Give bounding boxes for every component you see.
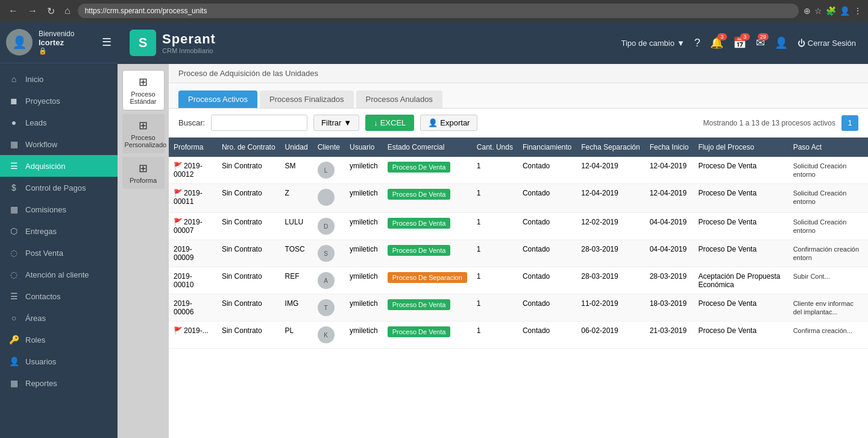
cell-cliente: S <box>313 240 345 267</box>
cell-usuario: ymiletich <box>345 240 383 267</box>
chevron-down-icon: ▼ <box>677 39 685 48</box>
cell-flujo: Proceso De Venta <box>693 322 788 349</box>
star-icon[interactable]: ☆ <box>814 6 822 16</box>
welcome-text: Bienvenido <box>39 30 96 38</box>
logo-area: S Sperant CRM Inmobiliario <box>130 30 216 56</box>
proceso-personalizado-item[interactable]: ⊞ Proceso Personalizado <box>122 114 165 153</box>
cell-fecha-sep: 12-04-2019 <box>576 157 644 184</box>
filter-button[interactable]: Filtrar ▼ <box>313 115 359 131</box>
logo-sub: CRM Inmobiliario <box>162 47 216 54</box>
proceso-personalizado-label: Proceso Personalizado <box>125 134 162 148</box>
page-number[interactable]: 1 <box>841 115 858 131</box>
bell-button[interactable]: 🔔 3 <box>710 36 723 49</box>
cell-cant: 1 <box>472 322 518 349</box>
sidebar-item-workflow[interactable]: ▦ Workflow <box>0 133 118 155</box>
cerrar-sesion-button[interactable]: ⏻ Cerrar Sesión <box>797 39 856 48</box>
filter-icon: ▼ <box>344 118 351 127</box>
help-button[interactable]: ? <box>694 37 700 49</box>
menu-icon[interactable]: ⋮ <box>854 6 862 16</box>
sidebar-item-comisiones[interactable]: ▦ Comisiones <box>0 198 118 220</box>
cell-unidad: Z <box>280 184 313 213</box>
roles-icon: 🔑 <box>8 335 19 344</box>
sidebar-item-leads[interactable]: ● Leads <box>0 112 118 133</box>
atencion-icon: ◌ <box>8 270 19 279</box>
sidebar-label-workflow: Workflow <box>25 140 57 149</box>
mail-button[interactable]: ✉ 29 <box>756 36 765 49</box>
cell-cliente <box>313 184 345 213</box>
bell-badge: 3 <box>717 33 727 40</box>
tab-procesos-anulados[interactable]: Procesos Anulados <box>356 90 442 108</box>
cell-paso: Confirmación creación entorn <box>788 240 868 267</box>
cell-cliente: T <box>313 294 345 322</box>
table-row[interactable]: 🚩2019-00012 Sin Contrato SM L ymiletich … <box>169 157 868 184</box>
table-row[interactable]: 🚩2019-00011 Sin Contrato Z ymiletich Pro… <box>169 184 868 213</box>
proforma-item[interactable]: ⊞ Proforma <box>122 157 165 189</box>
hamburger-button[interactable]: ☰ <box>102 36 112 49</box>
cell-flujo: Aceptación De Propuesta Económica <box>693 267 788 294</box>
entregas-icon: ⬡ <box>8 226 19 236</box>
back-button[interactable]: ← <box>6 4 20 17</box>
cell-usuario: ymiletich <box>345 267 383 294</box>
cell-financiamiento: Contado <box>518 240 576 267</box>
url-bar[interactable] <box>78 4 799 18</box>
sidebar-item-usuarios[interactable]: 👤 Usuarios <box>0 351 118 372</box>
proceso-estandar-icon: ⊞ <box>125 75 162 89</box>
refresh-button[interactable]: ↻ <box>45 4 57 18</box>
profile-button[interactable]: 👤 <box>775 36 788 49</box>
col-fecha-sep: Fecha Separación <box>576 138 644 157</box>
home-button[interactable]: ⌂ <box>62 4 73 17</box>
table-row[interactable]: 2019-00006 Sin Contrato IMG T ymiletich … <box>169 294 868 322</box>
sidebar: 👤 Bienvenido lcortez 🔒 ☰ ⌂ Inicio ◼ Proy… <box>0 22 118 438</box>
cell-flujo: Proceso De Venta <box>693 213 788 240</box>
cell-flujo: Proceso De Venta <box>693 294 788 322</box>
sidebar-label-roles: Roles <box>25 335 45 344</box>
sidebar-item-inicio[interactable]: ⌂ Inicio <box>0 68 118 90</box>
sidebar-label-pagos: Control de Pagos <box>25 183 86 192</box>
sidebar-item-reportes[interactable]: ▦ Reportes <box>0 372 118 394</box>
sidebar-item-adquisicion[interactable]: ☰ Adquisición <box>0 155 118 177</box>
translate-icon[interactable]: ⊕ <box>804 6 811 16</box>
cell-financiamiento: Contado <box>518 157 576 184</box>
sidebar-item-control-pagos[interactable]: $ Control de Pagos <box>0 177 118 198</box>
extension-icon[interactable]: 🧩 <box>826 6 836 16</box>
excel-button[interactable]: ↓ EXCEL <box>365 115 414 131</box>
table-row[interactable]: 2019-00010 Sin Contrato REF A ymiletich … <box>169 267 868 294</box>
usuarios-icon: 👤 <box>8 357 19 366</box>
search-input[interactable] <box>211 115 307 131</box>
table-row[interactable]: 2019-00009 Sin Contrato TOSC S ymiletich… <box>169 240 868 267</box>
tipo-cambio-button[interactable]: Tipo de cambio ▼ <box>621 39 685 48</box>
sidebar-item-entregas[interactable]: ⬡ Entregas <box>0 220 118 242</box>
col-unidad: Unidad <box>280 138 313 157</box>
sidebar-item-post-venta[interactable]: ◌ Post Venta <box>0 242 118 264</box>
calendar-button[interactable]: 📅 3 <box>733 36 746 49</box>
sidebar-item-contactos[interactable]: ☰ Contactos <box>0 285 118 307</box>
sidebar-item-atencion[interactable]: ◌ Atención al cliente <box>0 264 118 285</box>
toolbar: Buscar: Filtrar ▼ ↓ EXCEL 👤 Exportar <box>169 109 868 138</box>
cell-usuario: ymiletich <box>345 157 383 184</box>
col-usuario: Usuario <box>345 138 383 157</box>
sidebar-item-areas[interactable]: ○ Áreas <box>0 307 118 329</box>
tab-procesos-finalizados[interactable]: Procesos Finalizados <box>260 90 354 108</box>
cell-financiamiento: Contado <box>518 294 576 322</box>
excel-label: EXCEL <box>380 118 406 127</box>
client-avatar: L <box>318 162 335 179</box>
proceso-estandar-item[interactable]: ⊞ Proceso Estándar <box>122 70 165 110</box>
areas-icon: ○ <box>8 313 19 323</box>
cell-paso: Subir Cont... <box>788 267 868 294</box>
cell-unidad: SM <box>280 157 313 184</box>
export-button[interactable]: 👤 Exportar <box>420 115 477 131</box>
client-avatar: K <box>318 326 335 343</box>
tab-procesos-activos[interactable]: Procesos Activos <box>178 90 257 108</box>
table-row[interactable]: 🚩2019-... Sin Contrato PL K ymiletich Pr… <box>169 322 868 349</box>
cell-proforma: 🚩2019-00011 <box>169 184 217 213</box>
profile-icon[interactable]: 👤 <box>840 6 850 16</box>
client-avatar: A <box>318 272 335 289</box>
power-icon: ⏻ <box>797 39 805 48</box>
logo-text: Sperant CRM Inmobiliario <box>162 31 216 54</box>
table-row[interactable]: 🚩2019-00007 Sin Contrato LULU D ymiletic… <box>169 213 868 240</box>
cell-cant: 1 <box>472 240 518 267</box>
user-info: Bienvenido lcortez 🔒 <box>39 30 96 55</box>
forward-button[interactable]: → <box>25 4 40 17</box>
sidebar-item-roles[interactable]: 🔑 Roles <box>0 329 118 351</box>
sidebar-item-proyectos[interactable]: ◼ Proyectos <box>0 90 118 112</box>
